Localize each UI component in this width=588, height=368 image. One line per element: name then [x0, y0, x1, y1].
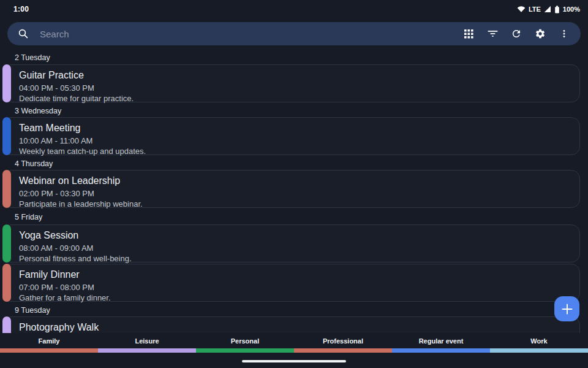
- legend-bar-family: [0, 348, 98, 353]
- toolbar: [463, 28, 570, 39]
- event-color-bar: [2, 224, 11, 263]
- network-type-label: LTE: [529, 6, 541, 13]
- status-icons: LTE 100%: [517, 6, 580, 13]
- event-title: Team Meeting: [19, 122, 570, 134]
- event-description: Weekly team catch-up and updates.: [19, 146, 570, 156]
- legend-label-personal: Personal: [196, 337, 294, 345]
- day-header: 3 Wednesday: [15, 107, 61, 116]
- event-time: 07:00 PM - 08:00 PM: [19, 282, 570, 293]
- event-description: Dedicate time for guitar practice.: [19, 93, 570, 104]
- clock: 1:00: [13, 5, 29, 13]
- day-header: 9 Tuesday: [15, 306, 50, 315]
- battery-percent-label: 100%: [563, 6, 580, 13]
- legend-label-leisure: Leisure: [98, 337, 196, 345]
- status-bar: 1:00 LTE 100%: [0, 0, 588, 18]
- search-input[interactable]: [39, 28, 463, 40]
- legend-label-family: Family: [0, 337, 98, 345]
- event-description: Gather for a family dinner.: [19, 293, 570, 303]
- event-description: Personal fitness and well-being.: [19, 253, 570, 264]
- agenda-screen: 1:00 LTE 100%: [0, 0, 588, 368]
- wifi-icon: [517, 6, 526, 13]
- event-title: Guitar Practice: [19, 69, 570, 82]
- add-event-button[interactable]: [554, 296, 579, 321]
- event-card[interactable]: Team Meeting 10:00 AM - 11:00 AM Weekly …: [2, 117, 580, 155]
- event-card[interactable]: Webinar on Leadership 02:00 PM - 03:30 P…: [2, 170, 580, 208]
- grid-view-icon[interactable]: [463, 28, 474, 39]
- event-time: 04:00 PM - 05:30 PM: [19, 83, 570, 93]
- category-legend: Family Leisure Personal Professional Reg…: [0, 333, 588, 368]
- cellular-signal-icon: [544, 6, 551, 13]
- day-header: 2 Tuesday: [15, 53, 50, 63]
- event-time: 02:00 PM - 03:30 PM: [19, 188, 570, 199]
- event-color-bar: [2, 117, 11, 155]
- search-bar: [7, 22, 581, 45]
- event-card[interactable]: Family Dinner 07:00 PM - 08:00 PM Gather…: [2, 264, 580, 302]
- event-color-bar: [2, 170, 11, 208]
- legend-bar-personal: [196, 348, 294, 353]
- event-title: Family Dinner: [19, 269, 570, 281]
- refresh-icon[interactable]: [511, 28, 522, 39]
- event-color-bar: [2, 64, 11, 102]
- more-options-icon[interactable]: [559, 28, 570, 39]
- event-title: Webinar on Leadership: [19, 175, 570, 187]
- legend-label-professional: Professional: [294, 337, 392, 345]
- day-header: 5 Friday: [15, 213, 42, 222]
- event-title: Yoga Session: [19, 229, 570, 242]
- filter-icon[interactable]: [487, 28, 498, 39]
- legend-labels: Family Leisure Personal Professional Reg…: [0, 333, 588, 348]
- event-color-bar: [2, 264, 11, 302]
- event-time: 10:00 AM - 11:00 AM: [19, 136, 570, 146]
- legend-label-work: Work: [490, 337, 588, 345]
- legend-color-bars: [0, 348, 588, 353]
- legend-bar-leisure: [98, 348, 196, 353]
- event-description: Participate in a leadership webinar.: [19, 199, 570, 209]
- settings-gear-icon[interactable]: [535, 28, 546, 39]
- event-time: 08:00 AM - 09:00 AM: [19, 243, 570, 253]
- day-header: 4 Thursday: [15, 159, 53, 169]
- battery-icon: [554, 6, 560, 13]
- event-card[interactable]: Yoga Session 08:00 AM - 09:00 AM Persona…: [2, 224, 580, 263]
- legend-bar-regular-event: [392, 348, 490, 353]
- home-indicator[interactable]: [242, 360, 346, 363]
- legend-label-regular-event: Regular event: [392, 337, 490, 345]
- plus-icon: [562, 304, 573, 315]
- legend-bar-professional: [294, 348, 392, 353]
- search-icon: [18, 28, 29, 39]
- event-card[interactable]: Guitar Practice 04:00 PM - 05:30 PM Dedi…: [2, 64, 580, 102]
- event-title: Photography Walk: [19, 321, 570, 334]
- legend-bar-work: [490, 348, 588, 353]
